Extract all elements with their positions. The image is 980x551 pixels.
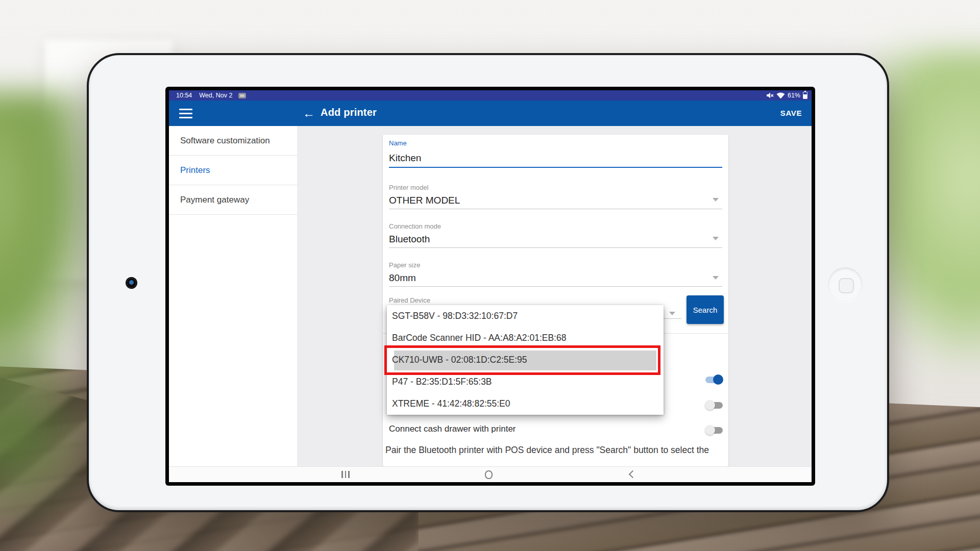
printer-form-card: Name Kitchen Printer model OTHER MODEL C… bbox=[383, 135, 728, 466]
paper-size-select[interactable]: 80mm bbox=[389, 272, 416, 284]
dropdown-item-xtreme[interactable]: XTREME - 41:42:48:82:55:E0 bbox=[387, 393, 664, 415]
status-date: Wed, Nov 2 bbox=[199, 92, 232, 99]
toggle-row-1-switch[interactable] bbox=[705, 374, 723, 385]
cash-drawer-label: Connect cash drawer with printer bbox=[389, 424, 516, 434]
dropdown-item-sgt-b58v[interactable]: SGT-B58V - 98:D3:32:10:67:D7 bbox=[387, 305, 664, 327]
cash-drawer-switch[interactable] bbox=[705, 425, 723, 435]
dropdown-item-ck710-uwb[interactable]: CK710-UWB - 02:08:1D:C2:5E:95 bbox=[387, 349, 664, 371]
screen-content: 10:54 Wed, Nov 2 61% bbox=[169, 90, 812, 482]
chevron-down-icon[interactable] bbox=[713, 276, 719, 280]
save-button[interactable]: SAVE bbox=[780, 109, 802, 117]
app-bar: ← Add printer SAVE bbox=[169, 101, 812, 126]
printer-model-underline bbox=[389, 209, 722, 209]
toggle-row-2-switch[interactable] bbox=[705, 400, 723, 410]
back-arrow-icon[interactable]: ← bbox=[303, 106, 315, 120]
name-input[interactable]: Kitchen bbox=[389, 153, 421, 164]
plant-left-lower bbox=[0, 337, 97, 531]
paired-device-label: Paired Device bbox=[389, 296, 430, 304]
screen-capture-icon bbox=[238, 93, 246, 98]
connection-mode-label: Connection mode bbox=[389, 222, 441, 230]
sidebar-item-payment-gateway[interactable]: Payment gateway bbox=[169, 185, 297, 215]
page-title: Add printer bbox=[321, 107, 377, 118]
sidebar: Software customization Printers Payment … bbox=[169, 126, 297, 466]
chevron-down-icon[interactable] bbox=[713, 237, 719, 240]
status-bar: 10:54 Wed, Nov 2 61% bbox=[169, 90, 812, 101]
status-time: 10:54 bbox=[176, 92, 192, 99]
home-icon[interactable] bbox=[485, 470, 493, 479]
printer-model-label: Printer model bbox=[389, 184, 428, 191]
battery-percent: 61% bbox=[788, 92, 800, 99]
front-camera bbox=[127, 278, 136, 288]
connection-mode-underline bbox=[389, 247, 722, 248]
tablet-screen: 10:54 Wed, Nov 2 61% bbox=[165, 87, 815, 486]
paired-device-dropdown: SGT-B58V - 98:D3:32:10:67:D7 BarCode Sca… bbox=[387, 305, 664, 415]
printer-model-select[interactable]: OTHER MODEL bbox=[389, 195, 460, 206]
navigation-bar bbox=[169, 466, 812, 482]
name-label: Name bbox=[389, 139, 407, 147]
connection-mode-select[interactable]: Bluetooth bbox=[389, 234, 430, 245]
dropdown-item-barcode-scanner[interactable]: BarCode Scanner HID - AA:A8:A2:01:EB:68 bbox=[387, 327, 664, 349]
dropdown-item-p47[interactable]: P47 - B2:35:D1:5F:65:3B bbox=[387, 371, 664, 393]
chevron-down-icon[interactable] bbox=[713, 198, 719, 202]
sidebar-item-printers[interactable]: Printers bbox=[169, 156, 297, 185]
chevron-down-icon[interactable] bbox=[669, 312, 675, 315]
mute-icon bbox=[766, 92, 774, 99]
tablet-frame: 10:54 Wed, Nov 2 61% bbox=[87, 53, 889, 512]
main-area: Software customization Printers Payment … bbox=[169, 126, 812, 466]
menu-icon[interactable] bbox=[179, 109, 192, 118]
back-icon[interactable] bbox=[629, 471, 635, 477]
wifi-icon bbox=[776, 92, 785, 99]
paper-size-label: Paper size bbox=[389, 261, 420, 269]
recents-icon[interactable] bbox=[341, 471, 350, 478]
helper-text: Pair the Bluetooth printer with POS devi… bbox=[385, 445, 725, 456]
battery-icon bbox=[803, 92, 807, 99]
search-button[interactable]: Search bbox=[687, 295, 724, 324]
paper-size-underline bbox=[389, 286, 722, 287]
home-button[interactable] bbox=[828, 267, 863, 302]
sidebar-item-software-customization[interactable]: Software customization bbox=[169, 126, 297, 156]
name-underline bbox=[389, 167, 722, 168]
